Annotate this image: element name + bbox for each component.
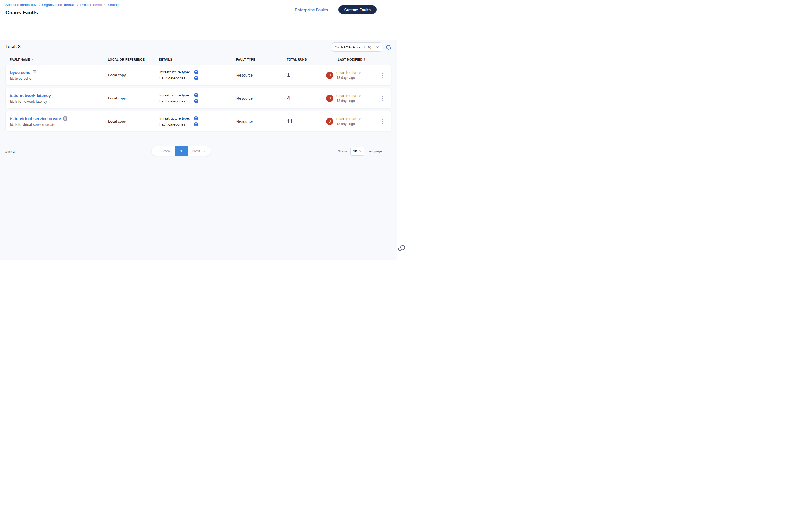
kubernetes-icon[interactable]	[194, 70, 198, 74]
chevron-right-icon: ›	[104, 3, 106, 7]
sort-select[interactable]: Name (A→Z, 0→9)	[332, 43, 382, 52]
fault-row: byoc-echo Id: byoc-echo Local copy Infra…	[5, 65, 391, 85]
column-header-local-or-reference: LOCAL OR REFERENCE	[108, 58, 159, 61]
fault-id: Id: istio-virtual-service-create	[10, 123, 108, 127]
column-header-last-modified[interactable]: LAST MODIFIED ▲▼	[326, 58, 379, 61]
fault-row: istio-virtual-service-create Id: istio-v…	[5, 111, 391, 131]
per-page-label: per page	[368, 149, 382, 153]
total-runs-value: 1	[287, 72, 326, 78]
sort-arrows-icon	[335, 45, 339, 49]
custom-faults-button[interactable]: Custom Faults	[338, 5, 377, 14]
details-cell: Infrastructure type: Fault categories:	[159, 70, 236, 80]
prev-label: Prev	[162, 149, 170, 153]
kubernetes-icon[interactable]	[194, 76, 198, 80]
sort-label: Name (A→Z, 0→9)	[341, 45, 374, 49]
fault-name-link[interactable]: istio-network-latency	[10, 93, 51, 98]
column-label: DETAILS	[159, 58, 172, 61]
next-page-button[interactable]: Next →	[187, 147, 211, 156]
chevron-right-icon: ›	[77, 3, 78, 7]
local-or-reference-value: Local copy	[108, 119, 159, 123]
breadcrumb-project[interactable]: Project: demo	[80, 3, 102, 7]
local-or-reference-value: Local copy	[108, 96, 159, 100]
next-label: Next	[193, 149, 200, 153]
details-cell: Infrastructure type: Fault categories:	[159, 93, 236, 104]
sortable-icon: ▲▼	[364, 58, 365, 61]
row-menu-button[interactable]	[379, 118, 386, 126]
file-text-icon[interactable]	[33, 70, 36, 74]
chat-help-button[interactable]	[398, 244, 405, 252]
modified-time: 13 days ago	[336, 76, 361, 80]
fault-name-cell: byoc-echo Id: byoc-echo	[6, 70, 108, 80]
kubernetes-icon[interactable]	[194, 99, 198, 104]
fault-name-link[interactable]: byoc-echo	[10, 70, 30, 75]
last-modified-cell: U utkarsh.utkarsh 13 days ago	[326, 71, 379, 80]
column-header-total-runs: TOTAL RUNS	[287, 58, 326, 61]
show-label: Show	[338, 149, 347, 153]
fault-categories-label: Fault categories:	[159, 99, 194, 103]
page-size-value: 10	[353, 149, 357, 153]
refresh-icon	[386, 44, 391, 50]
toolbar: + New Fault Category ✕ Fault Type ✕ Tag(…	[0, 19, 397, 40]
enterprise-faults-link[interactable]: Enterprise Faults	[295, 7, 328, 12]
fault-row: istio-network-latency Id: istio-network-…	[5, 88, 391, 108]
breadcrumb-organization[interactable]: Organization: default	[42, 3, 75, 7]
fault-name-link[interactable]: istio-virtual-service-create	[10, 116, 61, 121]
local-or-reference-value: Local copy	[108, 73, 159, 77]
column-label: LAST MODIFIED	[338, 58, 362, 61]
total-runs-value: 4	[287, 95, 326, 101]
last-modified-cell: U utkarsh.utkarsh 13 days ago	[326, 117, 379, 126]
column-label: FAULT NAME	[10, 58, 30, 61]
last-modified-cell: U utkarsh.utkarsh 13 days ago	[326, 94, 379, 103]
chevron-down-icon	[359, 150, 361, 152]
page-title: Chaos Faults	[5, 10, 38, 16]
page-number-button[interactable]: 1	[175, 147, 187, 156]
fault-type-value: Resource	[236, 119, 287, 124]
chevron-right-icon: ›	[39, 3, 40, 7]
arrow-right-icon: →	[202, 149, 206, 153]
kubernetes-icon[interactable]	[194, 122, 198, 127]
breadcrumb-settings[interactable]: Settings	[108, 3, 120, 7]
fault-categories-label: Fault categories:	[159, 76, 194, 80]
fault-name-cell: istio-network-latency Id: istio-network-…	[6, 93, 108, 104]
page-size-select[interactable]: 10	[350, 147, 364, 156]
infrastructure-type-label: Infrastructure type:	[159, 93, 194, 97]
column-header-fault-name[interactable]: FAULT NAME ▲	[5, 58, 108, 61]
avatar: U	[326, 118, 333, 125]
chat-bubbles-icon	[398, 244, 405, 252]
fault-id: Id: byoc-echo	[10, 76, 108, 80]
modified-time: 13 days ago	[336, 99, 361, 103]
column-header-fault-type: FAULT TYPE	[236, 58, 287, 61]
avatar: U	[326, 95, 333, 102]
table-header-row: FAULT NAME ▲ LOCAL OR REFERENCE DETAILS …	[5, 56, 391, 62]
prev-page-button[interactable]: ← Prev	[152, 147, 175, 156]
arrow-left-icon: ←	[156, 149, 160, 153]
fault-list-panel: Total: 3 Name (A→Z, 0→9) FAULT NAME ▲ LO…	[0, 40, 397, 260]
row-count: 3 of 3	[5, 150, 15, 154]
fault-type-value: Resource	[236, 96, 287, 101]
page-size-control: Show 10 per page	[338, 147, 382, 156]
row-menu-button[interactable]	[379, 71, 386, 79]
refresh-button[interactable]	[386, 44, 391, 50]
column-label: TOTAL RUNS	[287, 58, 307, 61]
column-label: LOCAL OR REFERENCE	[108, 58, 145, 61]
details-cell: Infrastructure type: Fault categories:	[159, 116, 236, 127]
modified-by: utkarsh.utkarsh	[336, 94, 361, 98]
infrastructure-type-label: Infrastructure type:	[159, 70, 194, 74]
avatar: U	[326, 72, 333, 79]
sort-asc-icon: ▲	[31, 59, 33, 60]
fault-id: Id: istio-network-latency	[10, 99, 108, 104]
top-header: Account: chaos-dev › Organization: defau…	[0, 0, 397, 19]
breadcrumb-account[interactable]: Account: chaos-dev	[5, 3, 36, 7]
modified-by: utkarsh.utkarsh	[336, 71, 361, 75]
file-text-icon[interactable]	[63, 116, 67, 121]
kubernetes-icon[interactable]	[194, 116, 198, 121]
total-count: Total: 3	[5, 44, 21, 49]
row-menu-button[interactable]	[379, 94, 386, 102]
infrastructure-type-label: Infrastructure type:	[159, 116, 194, 120]
column-header-details: DETAILS	[159, 58, 236, 61]
fault-categories-label: Fault categories:	[159, 122, 194, 126]
content-right-divider	[397, 0, 406, 260]
breadcrumb: Account: chaos-dev › Organization: defau…	[5, 3, 120, 7]
total-runs-value: 11	[287, 118, 326, 125]
kubernetes-icon[interactable]	[194, 93, 198, 98]
